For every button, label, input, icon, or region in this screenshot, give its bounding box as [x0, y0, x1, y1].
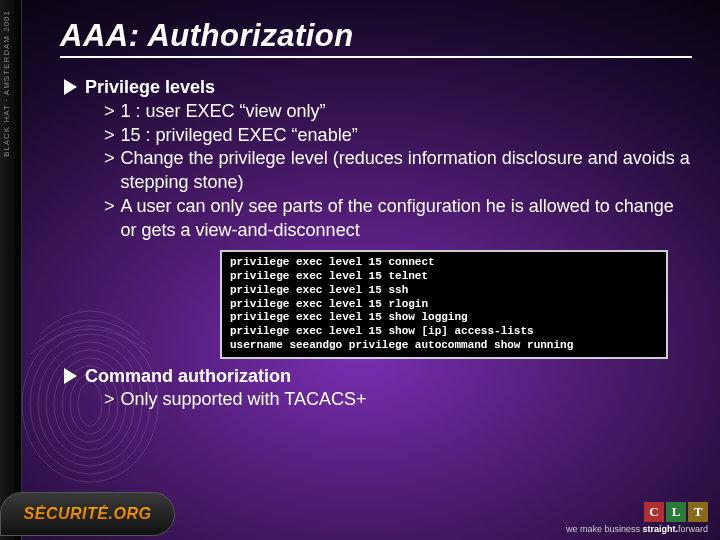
triangle-bullet-icon [64, 79, 77, 95]
chevron-right-icon: > [104, 147, 115, 171]
clt-c-box: C [644, 502, 664, 522]
bullet-item: > Only supported with TACACS+ [104, 388, 692, 412]
clt-t-box: T [688, 502, 708, 522]
clt-logo: C L T [566, 502, 708, 522]
tagline-pre: we make business [566, 524, 643, 534]
slide-body: AAA: Authorization Privilege levels > 1 … [22, 0, 720, 540]
bullet-text: Only supported with TACACS+ [121, 388, 367, 412]
clt-l-box: L [666, 502, 686, 522]
bullet-item: > Change the privilege level (reduces in… [104, 147, 692, 195]
chevron-right-icon: > [104, 100, 115, 124]
section1-heading: Privilege levels [85, 76, 215, 100]
section-privilege-levels: Privilege levels > 1 : user EXEC “view o… [64, 76, 692, 242]
chevron-right-icon: > [104, 388, 115, 412]
bullet-text: Change the privilege level (reduces info… [121, 147, 692, 195]
tagline-post: forward [678, 524, 708, 534]
tagline: we make business straight.forward [566, 524, 708, 534]
chevron-right-icon: > [104, 124, 115, 148]
securite-logo-text: SÉCURITÉ.ORG [24, 505, 152, 523]
bullet-item: > 1 : user EXEC “view only” [104, 100, 692, 124]
section-command-authorization: Command authorization > Only supported w… [64, 365, 692, 413]
section2-heading: Command authorization [85, 365, 291, 389]
tagline-bold: straight. [642, 524, 678, 534]
bullet-item: > 15 : privileged EXEC “enable” [104, 124, 692, 148]
left-strip-text: BLACK HAT · AMSTERDAM 2001 [2, 10, 11, 157]
bullet-text: A user can only see parts of the configu… [121, 195, 692, 243]
securite-logo: SÉCURITÉ.ORG [0, 492, 175, 536]
code-block: privilege exec level 15 connect privileg… [220, 250, 668, 358]
bullet-text: 15 : privileged EXEC “enable” [121, 124, 358, 148]
footer-right: C L T we make business straight.forward [566, 502, 708, 534]
left-sidebar-strip: BLACK HAT · AMSTERDAM 2001 [0, 0, 22, 540]
slide-content: Privilege levels > 1 : user EXEC “view o… [60, 76, 692, 412]
bullet-text: 1 : user EXEC “view only” [121, 100, 326, 124]
bullet-item: > A user can only see parts of the confi… [104, 195, 692, 243]
slide-title: AAA: Authorization [60, 18, 692, 58]
triangle-bullet-icon [64, 368, 77, 384]
chevron-right-icon: > [104, 195, 115, 219]
